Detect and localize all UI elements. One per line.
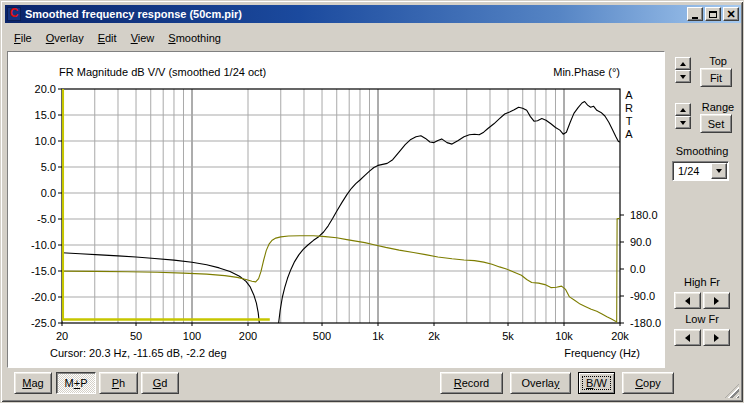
y-left-tick-label: -15.0: [31, 265, 56, 277]
x-axis-title: Frequency (Hz): [564, 347, 640, 359]
chart-title: FR Magnitude dB V/V (smoothed 1/24 oct): [59, 66, 266, 78]
menu-bar: FileOverlayEditViewSmoothing: [7, 27, 667, 49]
x-tick-label: 1k: [372, 330, 384, 342]
record-button[interactable]: Record: [440, 372, 503, 394]
top-spinner: [675, 57, 691, 83]
low-fr-left-button[interactable]: [674, 329, 701, 346]
watermark-letter: T: [626, 115, 633, 127]
arrow-up-icon: [680, 62, 686, 66]
menu-item-smoothing[interactable]: Smoothing: [161, 30, 228, 46]
set-button[interactable]: Set: [700, 114, 732, 133]
y-left-tick-label: 20.0: [35, 83, 56, 95]
x-tick-label: 10k: [555, 330, 573, 342]
top-spin-down-button[interactable]: [675, 70, 691, 83]
chevron-down-icon: [716, 169, 722, 173]
high-fr-label: High Fr: [665, 276, 739, 288]
arrow-up-icon: [680, 108, 686, 112]
watermark-letter: R: [625, 102, 633, 114]
b-w-button[interactable]: B/W: [578, 372, 615, 394]
y-right-tick-label: 0.0: [630, 263, 645, 275]
arrow-down-icon: [680, 121, 686, 125]
y-left-tick-label: -10.0: [31, 239, 56, 251]
phase-wrap-segment-curve: [63, 89, 270, 319]
range-spin-down-button[interactable]: [675, 116, 691, 129]
overlay-button[interactable]: Overlay: [510, 372, 571, 394]
magnitude-curve: [62, 102, 620, 344]
side-panel: Top Fit Range Set Smoothing 1/24 High Fr…: [665, 51, 739, 368]
y-left-tick-label: -5.0: [37, 213, 56, 225]
ph-button[interactable]: Ph: [99, 372, 138, 394]
range-spin-up-button[interactable]: [675, 103, 691, 116]
m-p-button[interactable]: M+P: [56, 372, 96, 394]
x-tick-label: 200: [239, 330, 257, 342]
x-tick-label: 2k: [428, 330, 440, 342]
arrow-right-icon: [714, 297, 719, 305]
minimize-icon: [692, 17, 698, 19]
chart-panel: 20.015.010.05.00.0-5.0-10.0-15.0-20.0-25…: [7, 51, 665, 368]
range-spinner: [675, 103, 691, 129]
arrow-left-icon: [685, 297, 690, 305]
y-right-tick-label: -90.0: [630, 290, 655, 302]
arrow-down-icon: [680, 75, 686, 79]
mag-button[interactable]: Mag: [14, 372, 52, 394]
window-controls: ✕: [687, 7, 739, 21]
y-left-tick-label: 5.0: [41, 161, 56, 173]
window-title: Smoothed frequency response (50cm.pir): [25, 8, 687, 20]
menu-item-edit[interactable]: Edit: [91, 30, 124, 46]
high-fr-right-button[interactable]: [703, 292, 730, 309]
min-phase-curve: [62, 218, 620, 322]
minimize-button[interactable]: [687, 7, 703, 21]
x-tick-label: 5k: [502, 330, 514, 342]
fit-button[interactable]: Fit: [700, 68, 732, 87]
top-label: Top: [701, 55, 735, 67]
maximize-icon: [709, 11, 717, 18]
app-icon[interactable]: C: [7, 7, 21, 21]
title-bar[interactable]: C Smoothed frequency response (50cm.pir)…: [5, 5, 741, 23]
low-fr-label: Low Fr: [665, 313, 739, 325]
copy-button[interactable]: Copy: [622, 372, 674, 394]
gd-button[interactable]: Gd: [141, 372, 179, 394]
range-label: Range: [698, 101, 738, 113]
y-right-tick-label: 180.0: [630, 209, 658, 221]
arrow-left-icon: [685, 334, 690, 342]
x-tick-label: 20: [56, 330, 68, 342]
arrow-right-icon: [714, 334, 719, 342]
smoothing-value: 1/24: [673, 165, 711, 177]
plot-border: [62, 89, 620, 323]
menu-item-overlay[interactable]: Overlay: [39, 30, 91, 46]
right-axis-title: Min.Phase (°): [553, 66, 620, 78]
smoothing-dropdown-button[interactable]: [711, 163, 727, 179]
y-left-tick-label: -20.0: [31, 291, 56, 303]
y-left-tick-label: 0.0: [41, 187, 56, 199]
low-fr-right-button[interactable]: [703, 329, 730, 346]
fr-chart[interactable]: 20.015.010.05.00.0-5.0-10.0-15.0-20.0-25…: [8, 52, 666, 369]
smoothing-label: Smoothing: [665, 145, 739, 157]
content-area: 20.015.010.05.00.0-5.0-10.0-15.0-20.0-25…: [7, 51, 739, 368]
y-left-tick-label: -25.0: [31, 317, 56, 329]
x-tick-label: 20k: [611, 330, 629, 342]
cursor-readout: Cursor: 20.3 Hz, -11.65 dB, -2.2 deg: [50, 347, 227, 359]
bottom-button-bar: MagM+PPhGdRecordOverlayB/WCopy: [7, 368, 739, 400]
watermark-letter: A: [625, 128, 633, 140]
y-right-tick-label: 90.0: [630, 236, 651, 248]
x-tick-label: 100: [183, 330, 201, 342]
app-window: C Smoothed frequency response (50cm.pir)…: [0, 0, 744, 403]
high-fr-left-button[interactable]: [674, 292, 701, 309]
y-left-tick-label: 15.0: [35, 109, 56, 121]
menu-item-file[interactable]: File: [7, 30, 39, 46]
maximize-button[interactable]: [705, 7, 721, 21]
smoothing-select[interactable]: 1/24: [672, 161, 729, 181]
watermark-letter: A: [625, 89, 633, 101]
x-tick-label: 50: [130, 330, 142, 342]
x-tick-label: 500: [313, 330, 331, 342]
close-icon: ✕: [726, 9, 735, 19]
y-right-tick-label: -180.0: [630, 317, 661, 329]
menu-item-view[interactable]: View: [124, 30, 162, 46]
y-left-tick-label: 10.0: [35, 135, 56, 147]
top-spin-up-button[interactable]: [675, 57, 691, 70]
close-button[interactable]: ✕: [723, 7, 739, 21]
